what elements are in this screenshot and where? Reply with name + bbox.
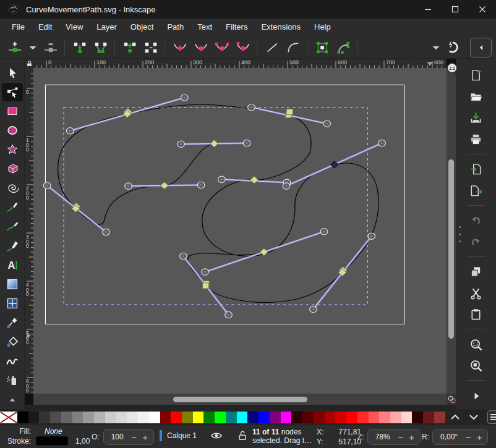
handle-end[interactable] — [177, 141, 185, 147]
spiral-tool-button[interactable] — [2, 179, 23, 197]
palette-swatch-3[interactable] — [50, 412, 61, 423]
zoom-to-drawing-button[interactable] — [467, 358, 485, 374]
node-tool-button[interactable] — [2, 83, 23, 101]
palette-swatch-14[interactable] — [171, 412, 182, 423]
new-document-button[interactable] — [467, 67, 485, 83]
zoom-to-selection-button[interactable] — [467, 336, 485, 352]
palette-swatch-35[interactable] — [401, 412, 413, 423]
vertical-ruler[interactable]: 0100200300400500600 — [25, 68, 33, 394]
menu-text[interactable]: Text — [190, 20, 219, 34]
palette-swatch-4[interactable] — [61, 412, 72, 423]
palette-swatch-none[interactable] — [0, 412, 17, 423]
palette-swatch-38[interactable] — [434, 412, 445, 423]
join-with-segment-button[interactable] — [90, 38, 111, 56]
delete-segment-button[interactable] — [140, 38, 161, 56]
menu-extensions[interactable]: Extensions — [254, 20, 307, 34]
handle-end[interactable] — [202, 269, 209, 275]
path-node[interactable] — [286, 109, 293, 115]
text-tool-button[interactable]: A — [2, 256, 23, 274]
insert-node-button[interactable] — [4, 38, 25, 56]
palette-swatch-37[interactable] — [423, 412, 434, 423]
delete-node-button[interactable] — [40, 38, 61, 56]
palette-swatch-18[interactable] — [215, 412, 226, 423]
handle-end[interactable] — [320, 229, 328, 235]
palette-swatch-13[interactable] — [160, 412, 171, 423]
palette-swatch-32[interactable] — [369, 412, 380, 423]
handle-end[interactable] — [378, 140, 386, 146]
snap-toggle-button[interactable] — [443, 38, 464, 56]
palette-swatch-11[interactable] — [138, 412, 149, 423]
handle-end[interactable] — [125, 183, 132, 189]
palette-swatch-16[interactable] — [193, 412, 204, 423]
vertical-scrollbar[interactable] — [447, 68, 456, 394]
export-document-button[interactable] — [467, 182, 485, 198]
undo-button[interactable] — [467, 213, 485, 229]
expand-commands-button[interactable] — [467, 387, 485, 404]
stroke-color-swatch[interactable] — [36, 436, 68, 446]
mesh-tool-button[interactable] — [2, 294, 23, 313]
palette-swatch-34[interactable] — [390, 412, 401, 423]
ellipse-tool-button[interactable] — [2, 121, 23, 140]
layer-lock-open-icon[interactable] — [237, 430, 247, 441]
palette-swatch-20[interactable] — [237, 412, 248, 423]
horizontal-ruler[interactable]: 0100200300400500600700800 — [33, 59, 447, 68]
dropper-tool-button[interactable] — [2, 313, 23, 332]
path-node[interactable] — [202, 281, 209, 289]
zoom-increase-button[interactable]: + — [406, 432, 417, 442]
palette-swatch-28[interactable] — [325, 412, 336, 423]
palette-scroll-down-icon[interactable] — [469, 414, 479, 420]
spray-tool-button[interactable] — [2, 371, 23, 389]
layer-name[interactable]: Calque 1 — [167, 431, 197, 440]
redo-button[interactable] — [467, 234, 485, 250]
break-node-button[interactable] — [119, 38, 140, 56]
object-to-path-button[interactable] — [311, 38, 332, 56]
handle-end[interactable] — [310, 306, 317, 312]
rotation-lock-badge[interactable]: 1:1 — [445, 61, 459, 77]
handle-end[interactable] — [181, 95, 188, 101]
more-tools-button[interactable] — [2, 390, 23, 408]
opacity-spinbox[interactable]: 100 − + — [103, 429, 154, 445]
palette-swatch-22[interactable] — [259, 412, 270, 423]
selector-tool-button[interactable] — [2, 64, 23, 82]
palette-swatch-7[interactable] — [94, 412, 105, 423]
palette-swatch-6[interactable] — [83, 412, 94, 423]
menu-edit[interactable]: Edit — [32, 20, 59, 34]
menu-help[interactable]: Help — [307, 20, 338, 34]
pencil-tool-button[interactable] — [2, 198, 23, 216]
handle-end[interactable] — [243, 140, 250, 146]
palette-swatch-21[interactable] — [247, 412, 259, 423]
palette-swatch-33[interactable] — [379, 412, 390, 423]
palette-swatch-30[interactable] — [346, 412, 357, 423]
palette-swatch-23[interactable] — [270, 412, 281, 423]
cut-button[interactable] — [467, 285, 485, 301]
path-node[interactable] — [250, 176, 259, 184]
rotation-value[interactable]: 0,00° — [435, 433, 463, 441]
palette-swatch-17[interactable] — [203, 412, 215, 423]
palette-swatch-1[interactable] — [28, 412, 40, 423]
curve-segment-button[interactable] — [282, 38, 303, 56]
palette-swatch-36[interactable] — [412, 412, 423, 423]
collapse-commands-button[interactable] — [470, 38, 492, 57]
auto-smooth-node-button[interactable] — [232, 38, 253, 56]
layer-visibility-eye-icon[interactable] — [210, 431, 223, 441]
box3d-tool-button[interactable] — [2, 159, 23, 178]
handle-end[interactable] — [323, 120, 331, 127]
import-document-button[interactable] — [467, 161, 485, 177]
palette-swatch-0[interactable] — [17, 412, 28, 423]
fill-tool-button[interactable] — [2, 332, 23, 351]
handle-end[interactable] — [43, 182, 51, 188]
menu-object[interactable]: Object — [124, 20, 161, 34]
horizontal-scrollbar-thumb[interactable] — [173, 397, 307, 402]
star-tool-button[interactable] — [2, 140, 23, 159]
drawing-svg[interactable] — [33, 68, 447, 394]
palette-swatch-24[interactable] — [281, 412, 292, 423]
handle-end[interactable] — [225, 311, 233, 318]
palette-swatch-31[interactable] — [357, 412, 369, 423]
maximize-button[interactable] — [442, 0, 469, 19]
path-node[interactable] — [330, 161, 338, 169]
smooth-node-button[interactable] — [190, 38, 211, 56]
show-handles-button[interactable] — [332, 38, 353, 56]
canvas[interactable] — [33, 68, 447, 394]
rotation-spinbox[interactable]: 0,00° − + — [432, 429, 488, 445]
palette-swatch-19[interactable] — [226, 412, 237, 423]
